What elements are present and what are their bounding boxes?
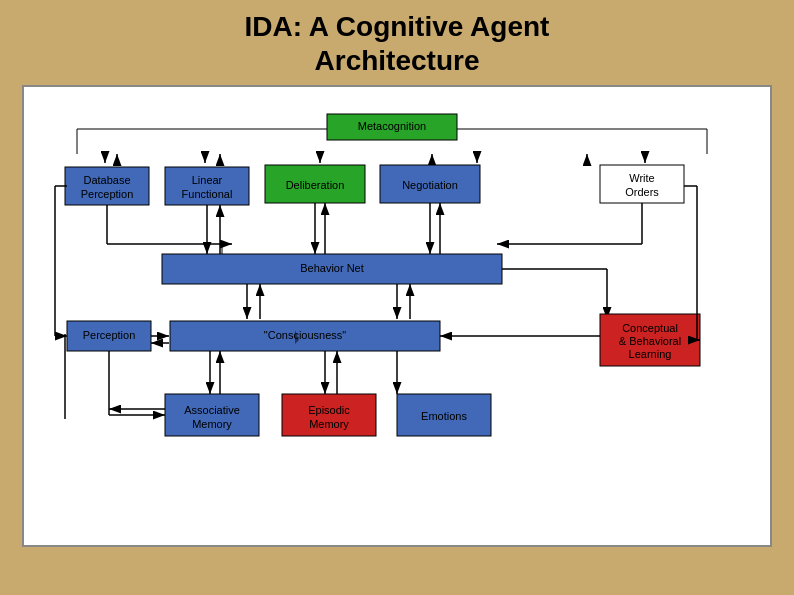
write-orders-label: Write [629, 172, 654, 184]
metacognition-label: Metacognition [358, 120, 427, 132]
title-area: IDA: A Cognitive Agent Architecture [0, 0, 794, 85]
svg-text:& Behavioral: & Behavioral [619, 335, 681, 347]
associative-memory-label: Associative [184, 404, 240, 416]
svg-text:Memory: Memory [309, 418, 349, 430]
perception-label: Perception [83, 329, 136, 341]
svg-text:Functional: Functional [182, 188, 233, 200]
consciousness-label: "Consciousness" [264, 329, 346, 341]
svg-text:Perception: Perception [81, 188, 134, 200]
episodic-memory-label: Episodic [308, 404, 350, 416]
linear-functional-label: Linear [192, 174, 223, 186]
svg-text:Memory: Memory [192, 418, 232, 430]
svg-text:Orders: Orders [625, 186, 659, 198]
architecture-diagram: Metacognition Database Perception Linear… [34, 99, 760, 529]
svg-text:Learning: Learning [629, 348, 672, 360]
emotions-label: Emotions [421, 410, 467, 422]
negotiation-label: Negotiation [402, 179, 458, 191]
behavior-net-label: Behavior Net [300, 262, 364, 274]
diagram-container: Metacognition Database Perception Linear… [22, 85, 772, 547]
deliberation-label: Deliberation [286, 179, 345, 191]
page-title: IDA: A Cognitive Agent Architecture [20, 10, 774, 77]
database-perception-label: Database [83, 174, 130, 186]
conceptual-learning-label: Conceptual [622, 322, 678, 334]
